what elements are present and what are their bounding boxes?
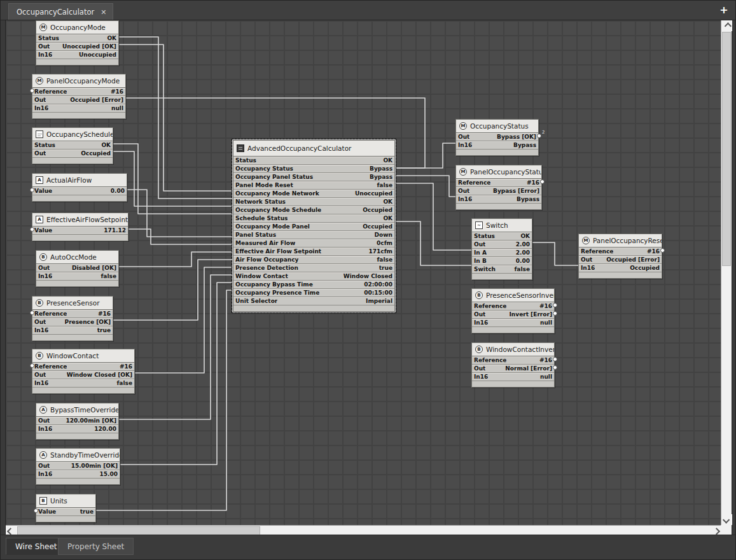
block-actualairflow[interactable]: AActualAirFlowValue0.00: [32, 173, 127, 202]
input-port[interactable]: [30, 311, 34, 315]
block-row[interactable]: Reference#16: [456, 179, 541, 187]
horizontal-scroll-thumb[interactable]: [17, 526, 260, 535]
close-tab-icon[interactable]: ✕: [101, 8, 106, 17]
wire[interactable]: [113, 144, 233, 214]
block-row[interactable]: In16null: [472, 373, 554, 381]
output-port[interactable]: [537, 134, 541, 138]
wire[interactable]: [119, 45, 233, 191]
block-row[interactable]: OutUnoccupied [OK]: [36, 43, 118, 51]
block-row[interactable]: In16false: [36, 272, 118, 281]
wire[interactable]: [113, 260, 233, 320]
block-row[interactable]: Unit SelectorImperial: [233, 297, 394, 305]
wire-sheet-canvas[interactable]: MOccupancyModeStatusOKOutUnoccupied [OK]…: [6, 20, 721, 525]
block-row[interactable]: Presence Detectiontrue: [233, 264, 394, 272]
block-switch[interactable]: ~SwitchStatusOKOut2.00In A2.00In B0.00Sw…: [471, 218, 532, 280]
input-port[interactable]: [34, 508, 38, 513]
block-row[interactable]: In16Unoccupied: [36, 51, 118, 59]
block-occupancyschedule[interactable]: OccupancyScheduleStatusOKOutOccupied: [32, 127, 113, 164]
block-row[interactable]: StatusOK: [472, 232, 532, 241]
block-row[interactable]: Switchfalse: [472, 265, 532, 274]
block-row[interactable]: Reference#16: [32, 88, 125, 96]
block-presencesensor[interactable]: BPresenceSensorReference#16OutPresence […: [32, 296, 113, 341]
block-row[interactable]: Schedule StatusOK: [233, 214, 394, 223]
block-paneloccupancyreset[interactable]: MPanelOccupancyResetReference#16OutOccup…: [578, 234, 662, 279]
block-row[interactable]: In16null: [472, 319, 554, 327]
block-row[interactable]: In16Occupied: [579, 264, 662, 272]
wire[interactable]: [532, 242, 578, 265]
block-paneloccupancystatus[interactable]: MPanelOccupancyStatusReference#16OutBypa…: [455, 165, 542, 210]
vertical-scroll-thumb[interactable]: [722, 32, 731, 266]
block-row[interactable]: OutInvert [Error]: [472, 311, 554, 319]
block-occupancymode[interactable]: MOccupancyModeStatusOKOutUnoccupied [OK]…: [36, 20, 119, 66]
block-row[interactable]: In B0.00: [472, 257, 532, 265]
block-row[interactable]: Window ContactWindow Closed: [233, 272, 394, 281]
block-row[interactable]: OutDisabled [OK]: [36, 264, 118, 272]
block-standbytimeoverride[interactable]: AStandbyTimeOverrideOut15.00min [OK]In16…: [36, 448, 120, 485]
block-row[interactable]: OutNormal [Error]: [472, 365, 554, 373]
scroll-up-button[interactable]: [721, 20, 732, 31]
wire[interactable]: [113, 151, 233, 206]
block-row[interactable]: Occupancy Mode ScheduleOccupied: [233, 206, 394, 214]
block-row[interactable]: Panel Mode Resetfalse: [233, 181, 394, 190]
block-row[interactable]: Panel StatusDown: [233, 231, 394, 239]
block-row[interactable]: Occupancy Mode NetworkUnoccupied: [233, 190, 394, 198]
tab-occupancy-calculator[interactable]: OccupancyCalculator ✕: [8, 3, 113, 20]
block-row[interactable]: Occupancy Mode PanelOccupied: [233, 223, 394, 231]
block-row[interactable]: In A2.00: [472, 249, 532, 257]
block-windowcontact[interactable]: BWindowContactReference#16OutWindow Clos…: [32, 349, 135, 394]
block-row[interactable]: Reference#16: [32, 310, 113, 318]
block-row[interactable]: Valuetrue: [36, 508, 95, 516]
wire[interactable]: [119, 37, 233, 199]
wire[interactable]: [120, 283, 233, 465]
vertical-scrollbar[interactable]: [721, 20, 732, 525]
block-row[interactable]: OutWindow Closed [OK]: [32, 371, 134, 379]
block-row[interactable]: StatusOK: [36, 34, 118, 43]
block-row[interactable]: In16120.00: [36, 425, 118, 433]
output-port[interactable]: [553, 303, 557, 307]
output-port[interactable]: [553, 365, 557, 370]
output-port[interactable]: [553, 357, 557, 361]
block-windowcontactinvert[interactable]: BWindowContactInvertReference#16OutNorma…: [471, 342, 555, 388]
block-presencesensorinvert[interactable]: BPresenceSensorInvertReference#16OutInve…: [471, 288, 555, 333]
block-row[interactable]: OutOccupied [Error]: [579, 256, 662, 264]
block-row[interactable]: Occupancy Presence Time00:15:00: [233, 289, 394, 297]
block-occupancystatus[interactable]: MOccupancyStatusOutBypass [OK]In16Bypass: [455, 119, 539, 156]
scroll-down-button[interactable]: [721, 514, 732, 525]
block-advancedoccupancycalculator[interactable]: AdvancedOccupancyCalculatorStatusOKOccup…: [233, 140, 395, 312]
block-row[interactable]: OutBypass [OK]: [456, 133, 538, 141]
block-row[interactable]: In16Bypass: [456, 195, 541, 204]
block-row[interactable]: Reference#16: [472, 302, 554, 311]
wire[interactable]: [395, 176, 455, 197]
block-effectiveairflowsetpoint[interactable]: AEffectiveAirFlowSetpointValue171.12: [32, 213, 128, 241]
block-row[interactable]: StatusOK: [233, 157, 394, 165]
block-row[interactable]: Reference#16: [579, 248, 662, 256]
block-row[interactable]: Measured Air Flow0cfm: [233, 239, 394, 248]
block-row[interactable]: In1615.00: [36, 470, 120, 479]
block-row[interactable]: Reference#16: [32, 363, 134, 371]
tab-property-sheet[interactable]: Property Sheet: [58, 538, 134, 555]
block-row[interactable]: Out120.00min [OK]: [36, 417, 118, 425]
block-row[interactable]: Reference#16: [472, 356, 554, 365]
block-row[interactable]: Occupancy Bypass Time02:00:00: [233, 281, 394, 289]
block-row[interactable]: In16false: [32, 379, 134, 388]
block-row[interactable]: In16Bypass: [456, 141, 538, 150]
block-row[interactable]: OutOccupied [Error]: [32, 96, 125, 104]
block-row[interactable]: OutPresence [OK]: [32, 318, 113, 326]
block-row[interactable]: OutBypass [Error]: [456, 187, 541, 195]
block-row[interactable]: Network StatusOK: [233, 198, 394, 206]
input-port[interactable]: [30, 363, 34, 368]
block-row[interactable]: In16true: [32, 326, 113, 335]
block-row[interactable]: Out15.00min [OK]: [36, 462, 120, 470]
input-port[interactable]: [30, 88, 34, 93]
new-tab-button[interactable]: +: [718, 3, 730, 17]
block-autooccmode[interactable]: BAutoOccModeOutDisabled [OK]In16false: [36, 250, 119, 287]
output-port[interactable]: [540, 179, 545, 184]
input-port[interactable]: [30, 227, 34, 232]
block-units[interactable]: BUnitsValuetrue: [36, 494, 96, 522]
block-bypasstimeoverride[interactable]: ABypassTimeOverrideOut120.00min [OK]In16…: [36, 403, 119, 440]
block-row[interactable]: OutOccupied: [32, 150, 113, 158]
block-row[interactable]: Out2.00: [472, 241, 532, 249]
output-port[interactable]: [660, 248, 665, 253]
block-row[interactable]: Occupancy StatusBypass: [233, 165, 394, 173]
block-row[interactable]: Occupancy Panel StatusBypass: [233, 173, 394, 181]
